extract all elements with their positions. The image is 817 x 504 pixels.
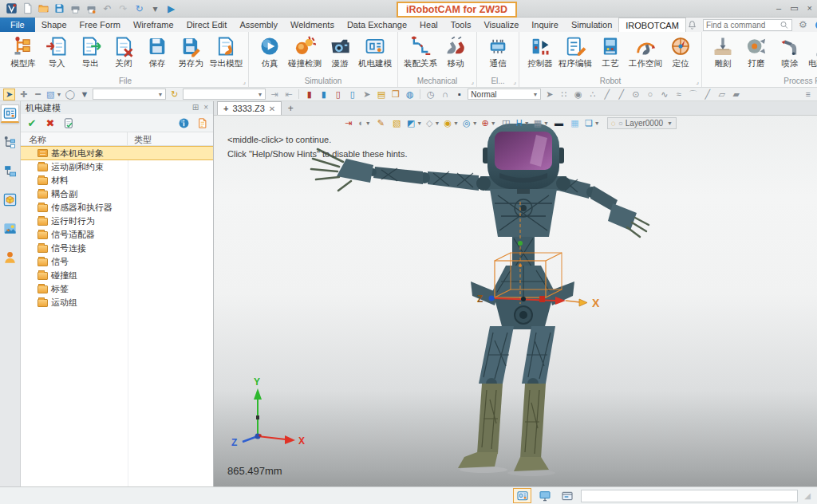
chevron-down-icon[interactable]: ▼: [491, 120, 496, 126]
filter-face-icon[interactable]: ▮: [303, 89, 315, 100]
window-minimize-button[interactable]: –: [776, 3, 781, 14]
align-horizontal-icon[interactable]: ⇥: [268, 89, 280, 100]
entity-filter-combo[interactable]: ▼: [93, 89, 166, 100]
ribbon-button-model-library[interactable]: 模型库: [6, 34, 40, 69]
cancel-button[interactable]: ✖: [43, 116, 57, 130]
report-button[interactable]: [195, 116, 209, 130]
strip-assembly-tree-button[interactable]: [1, 133, 19, 152]
menu-tab-simulation[interactable]: Simulation: [565, 18, 618, 32]
multi-view-icon[interactable]: ◫: [500, 117, 512, 129]
view-refresh-icon[interactable]: ↻: [132, 2, 146, 15]
filter-edge-icon[interactable]: ▮: [318, 89, 330, 100]
spline-tool-icon[interactable]: ≈: [673, 89, 685, 100]
menu-tab-visualize[interactable]: Visualize: [477, 18, 525, 32]
layer-color-swatch[interactable]: ○: [618, 119, 623, 128]
filter-point-icon[interactable]: ▯: [346, 89, 358, 100]
tree-item-运行时行为[interactable]: 运行时行为: [21, 215, 213, 228]
ribbon-button-simulate[interactable]: 仿真: [253, 34, 286, 69]
viewport[interactable]: + 3333.Z3 ✕ + ⇥◐▼✎▧◩▼◇▼◉▼◎▼⊕▼◫H▼▦▼▬▦❏▼◌○…: [214, 101, 817, 486]
stop-block-icon[interactable]: ▪: [453, 89, 465, 100]
document-tab[interactable]: + 3333.Z3 ✕: [217, 101, 282, 115]
menu-tab-wireframe[interactable]: Wireframe: [127, 18, 180, 32]
chevron-down-icon[interactable]: ▼: [56, 92, 61, 97]
ribbon-button-export-model[interactable]: 导出模型: [207, 34, 244, 69]
refresh-caret-icon[interactable]: ▾: [148, 2, 162, 15]
strip-scene-button[interactable]: [1, 219, 19, 238]
arc-tool-icon[interactable]: ⌒: [687, 89, 699, 100]
ribbon-button-process[interactable]: 工艺: [594, 34, 627, 69]
dialog-launcher-icon[interactable]: ⌟: [696, 78, 699, 85]
view-ring-icon[interactable]: ◎▼: [463, 117, 478, 129]
line-tool-2-icon[interactable]: ╱: [615, 89, 627, 100]
background-grid-icon[interactable]: ▦: [569, 117, 581, 129]
new-file-icon[interactable]: [21, 2, 34, 15]
menu-tab-weldments[interactable]: Weldments: [284, 18, 341, 32]
app-logo-icon[interactable]: [5, 2, 18, 15]
chevron-down-icon[interactable]: ▼: [594, 120, 600, 126]
strip-user-button[interactable]: [1, 248, 19, 266]
tree-item-材料[interactable]: 材料: [21, 174, 213, 187]
tree-item-运动组[interactable]: 运动组: [21, 296, 213, 309]
menu-tab-data-exchange[interactable]: Data Exchange: [341, 18, 413, 32]
menu-tab-heal[interactable]: Heal: [413, 18, 444, 32]
ribbon-button-export[interactable]: 导出: [73, 34, 107, 69]
confirm-button[interactable]: ✔: [25, 116, 39, 130]
tree-item-耦合副[interactable]: 耦合副: [21, 187, 213, 201]
dialog-launcher-icon[interactable]: ⌟: [471, 78, 474, 85]
tree-item-信号适配器[interactable]: 信号适配器: [21, 228, 213, 242]
exit-view-icon[interactable]: ⇥: [342, 117, 354, 129]
ribbon-button-polish[interactable]: 打磨: [740, 34, 773, 69]
lasso-select-icon[interactable]: ◯: [64, 89, 76, 100]
ribbon-button-arc-additive[interactable]: 电弧增材: [807, 34, 817, 69]
help-icon[interactable]: [814, 19, 817, 31]
strip-network-button[interactable]: [1, 162, 19, 180]
polyline-tool-icon[interactable]: ∿: [658, 89, 670, 100]
pick-last-icon[interactable]: ➤: [361, 89, 373, 100]
layer-combo[interactable]: ◌○Layer0000▼: [607, 117, 677, 129]
wireframe-cube-icon[interactable]: ◇▼: [426, 117, 440, 129]
ribbon-button-spray[interactable]: 喷涂: [773, 34, 807, 69]
chevron-down-icon[interactable]: ▼: [667, 120, 673, 126]
background-dark-icon[interactable]: ▬: [553, 117, 565, 129]
notes-doc-icon[interactable]: ▤: [375, 89, 387, 100]
tree-item-标签[interactable]: 标签: [21, 282, 213, 296]
chevron-down-icon[interactable]: ▼: [157, 92, 163, 97]
menu-tab-file[interactable]: File: [0, 18, 35, 32]
layer-stack-icon[interactable]: ❏▼: [585, 117, 600, 129]
line-tool-icon[interactable]: ╱: [601, 89, 613, 100]
locate-target-icon[interactable]: ⊕▼: [482, 117, 496, 129]
settings-gear-icon[interactable]: ⚙: [797, 19, 809, 31]
menu-tab-assembly[interactable]: Assembly: [233, 18, 284, 32]
plot-export-icon[interactable]: [85, 2, 98, 15]
bundle-pack-icon[interactable]: ❒: [389, 89, 401, 100]
menu-tab-irobotcam[interactable]: IROBOTCAM: [618, 18, 686, 32]
info-button[interactable]: [176, 116, 191, 130]
ribbon-button-engrave[interactable]: 雕刻: [706, 34, 740, 69]
web-sync-icon[interactable]: ◍: [404, 89, 416, 100]
quick-play-icon[interactable]: ▶: [164, 2, 178, 15]
undo-icon[interactable]: ↶: [101, 2, 114, 15]
image-capture-icon[interactable]: ▧▼: [46, 89, 61, 100]
history-clock-icon[interactable]: ◷: [424, 89, 436, 100]
face-tool-2-icon[interactable]: ▰: [730, 89, 742, 100]
resize-grip[interactable]: ◢: [804, 491, 811, 500]
pick-scope-combo[interactable]: ▼: [183, 89, 266, 100]
style-combo[interactable]: Normal▼: [468, 89, 541, 100]
loop-bracket-icon[interactable]: ∩: [439, 89, 451, 100]
chevron-down-icon[interactable]: ▼: [257, 92, 262, 97]
ribbon-button-save-as[interactable]: 另存为: [174, 34, 207, 69]
display-mode-icon[interactable]: ◩▼: [407, 117, 422, 129]
zoom-in-icon[interactable]: ✚: [18, 89, 30, 100]
view-orient-coin-icon[interactable]: ◉▼: [444, 117, 460, 129]
redo-icon[interactable]: ↷: [116, 2, 130, 15]
chevron-down-icon[interactable]: ▼: [435, 120, 440, 126]
window-close-button[interactable]: ×: [807, 3, 812, 14]
chevron-down-icon[interactable]: ▼: [532, 92, 538, 97]
command-search-input[interactable]: [706, 21, 780, 30]
auto-trace-icon[interactable]: ◉: [572, 89, 584, 100]
shade-box-icon[interactable]: ▧: [391, 117, 403, 129]
menu-tab-free-form[interactable]: Free Form: [73, 18, 127, 32]
ribbon-button-controller[interactable]: 控制器: [523, 34, 557, 69]
chevron-down-icon[interactable]: ▼: [365, 120, 371, 126]
zoom-out-icon[interactable]: ━: [32, 89, 44, 100]
